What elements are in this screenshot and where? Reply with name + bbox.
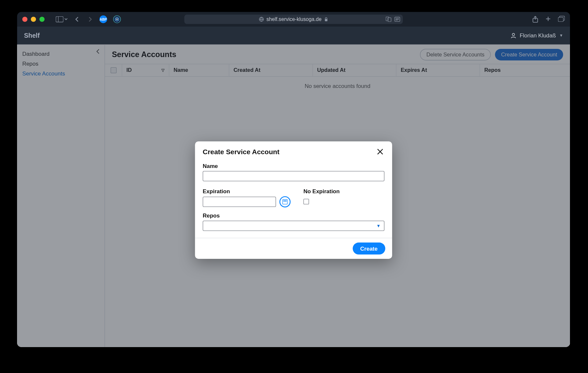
window-controls[interactable] [22, 17, 45, 22]
chevron-down-icon: ▼ [559, 33, 563, 37]
create-button[interactable]: Create [352, 242, 385, 255]
chevron-down-icon: ▼ [376, 223, 381, 228]
user-menu[interactable]: Florian Kludaß ▼ [510, 32, 563, 39]
browser-window: ABP A shelf.service-klusoga.de A [17, 12, 570, 347]
minimize-window-icon[interactable] [31, 17, 36, 22]
svg-rect-15 [558, 17, 563, 22]
repos-label: Repos [203, 213, 385, 219]
svg-rect-5 [325, 19, 327, 21]
address-bar[interactable]: shelf.service-klusoga.de A [184, 14, 403, 24]
create-service-account-modal: Create Service Account Name Expiration [195, 141, 392, 259]
forward-button [87, 16, 94, 23]
back-button[interactable] [74, 16, 81, 23]
repos-select[interactable]: ▼ [203, 221, 385, 231]
globe-icon [259, 17, 264, 22]
translate-icon[interactable]: A [386, 17, 391, 22]
sidebar-toggle-icon[interactable] [56, 16, 68, 22]
lock-icon [324, 17, 328, 21]
svg-point-16 [512, 33, 514, 35]
expiration-label: Expiration [203, 188, 291, 195]
name-input[interactable] [203, 171, 385, 181]
share-icon[interactable] [532, 16, 538, 23]
svg-text:A: A [387, 18, 389, 20]
user-icon [510, 32, 516, 38]
no-expiration-label: No Expiration [304, 188, 385, 195]
expiration-input[interactable] [203, 197, 276, 207]
brand[interactable]: Shelf [24, 32, 40, 39]
new-tab-icon[interactable] [545, 16, 551, 22]
extension-icon[interactable]: A [113, 15, 121, 23]
name-label: Name [203, 163, 385, 169]
reader-icon[interactable] [394, 17, 400, 22]
address-url: shelf.service-klusoga.de [266, 16, 322, 22]
extension-abp-icon[interactable]: ABP [99, 15, 107, 23]
close-icon[interactable] [377, 148, 385, 156]
maximize-window-icon[interactable] [39, 17, 45, 22]
app-header: Shelf Florian Kludaß ▼ [17, 27, 570, 45]
svg-text:A: A [116, 18, 118, 21]
tabs-icon[interactable] [558, 16, 565, 22]
svg-rect-0 [56, 16, 63, 22]
username: Florian Kludaß [520, 32, 556, 39]
modal-title: Create Service Account [203, 148, 280, 156]
calendar-icon [283, 199, 288, 204]
close-window-icon[interactable] [22, 17, 28, 22]
no-expiration-checkbox[interactable] [304, 199, 309, 204]
chevron-down-icon[interactable] [64, 18, 68, 21]
calendar-button[interactable] [280, 196, 291, 207]
browser-titlebar: ABP A shelf.service-klusoga.de A [17, 12, 570, 27]
